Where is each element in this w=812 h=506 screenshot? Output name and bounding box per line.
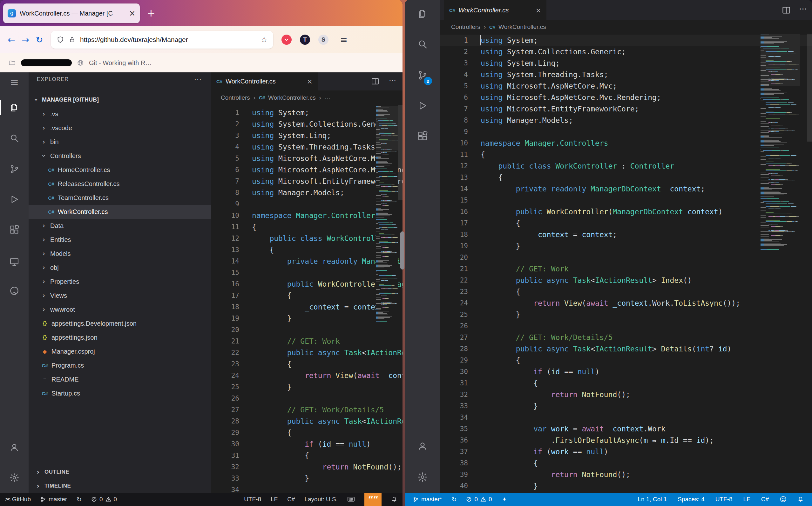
tree-item-appsettings-json[interactable]: {}appsettings.json [28,330,211,344]
code-line[interactable]: 27 // GET: Work/Details/5 [440,332,812,343]
close-tab-icon[interactable]: × [129,9,135,17]
tree-item-startup-cs[interactable]: C#Startup.cs [28,386,211,400]
code-line[interactable]: 28 public async Task<IActionResult> Deta… [440,343,812,355]
code-line[interactable]: 20 [440,252,812,263]
code-line[interactable]: 3using System.Linq; [211,130,402,141]
code-line[interactable]: 6using Microsoft.AspNetCore.Mvc.Renderin… [440,92,812,103]
code-line[interactable]: 16 public WorkController(ManagerDbContex… [440,206,812,218]
extensions-icon[interactable] [405,129,440,144]
breadcrumb-more[interactable]: ⋯ [325,94,331,101]
tree-item--vscode[interactable]: ›.vscode [28,121,211,135]
extension-t-icon[interactable]: T [300,34,310,45]
code-line[interactable]: 32 return NotFound(); [211,461,402,473]
outline-section[interactable]: › OUTLINE [28,465,211,479]
extensions-icon[interactable] [0,222,28,238]
code-line[interactable]: 11{ [211,221,402,233]
feedback-quotes-button[interactable]: ““ [364,493,381,506]
notifications-bell-icon[interactable] [797,496,804,503]
scrollbar-thumb[interactable] [807,34,812,142]
code-line[interactable]: 29 { [211,427,402,438]
tree-item-views[interactable]: ›Views [28,288,211,303]
code-line[interactable]: 24 return View(await _context.Work.ToLis… [440,298,812,309]
code-line[interactable]: 31 { [211,450,402,461]
code-line[interactable]: 22 public async Task<IActionResult> Inde… [440,275,812,286]
back-button[interactable]: ← [4,34,18,45]
code-line[interactable]: 8using Manager.Models; [211,187,402,198]
layout-indicator[interactable]: Layout: U.S. [304,496,338,503]
code-line[interactable]: 21 // GET: Work [211,336,402,347]
redacted-bookmark[interactable] [21,59,72,66]
code-line[interactable]: 2using System.Collections.Generic; [440,46,812,58]
split-editor-icon[interactable] [782,5,791,15]
breadcrumb-item[interactable]: WorkController.cs [268,94,316,101]
editor-tab[interactable]: C# WorkController.cs × [444,0,546,20]
code-line[interactable]: 2using System.Collections.Generic; [211,118,402,130]
code-line[interactable]: 39 return NotFound(); [440,469,812,480]
folder-icon[interactable] [8,59,16,67]
scrollbar-thumb[interactable] [398,105,402,200]
code-line[interactable]: 35 var work = await _context.Work [440,423,812,435]
code-line[interactable]: 23 { [440,286,812,298]
code-line[interactable]: 20 [211,324,402,336]
tree-item-program-cs[interactable]: C#Program.cs [28,358,211,372]
encoding-indicator[interactable]: UTF-8 [716,496,733,503]
more-actions-icon[interactable]: ··· [389,76,396,85]
code-line[interactable]: 17 { [211,290,402,301]
problems-indicator[interactable]: 0 0 [91,496,117,503]
code-line[interactable]: 32 return NotFound(); [440,389,812,400]
code-line[interactable]: 4using System.Threading.Tasks; [211,141,402,153]
breadcrumb-item[interactable]: Controllers [221,94,250,101]
code-line[interactable]: 15 [440,194,812,206]
tree-item-homecontroller-cs[interactable]: C#HomeController.cs [28,163,211,177]
code-line[interactable]: 11{ [440,149,812,160]
flame-icon[interactable] [502,496,507,503]
shield-icon[interactable] [57,36,64,44]
bookmark-label[interactable]: Git - Working with R… [89,59,152,67]
code-line[interactable]: 6using Microsoft.AspNetCore.Mvc.Renderin… [211,164,402,176]
tree-item-properties[interactable]: ›Properties [28,275,211,288]
eol-indicator[interactable]: LF [743,496,750,503]
account-icon[interactable] [405,438,440,453]
code-line[interactable]: 36 .FirstOrDefaultAsync(m ⇒ m.Id == id); [440,435,812,446]
code-line[interactable]: 28 public async Task<IActionResult> Deta… [211,416,402,427]
code-line[interactable]: 1using System; [440,34,812,46]
remote-explorer-icon[interactable] [0,254,28,269]
code-line[interactable]: 14 private readonly ManagerDbContext _co… [211,256,402,267]
code-line[interactable]: 24 return View(await _context.Work.ToLis… [211,370,402,381]
code-line[interactable]: 8using Manager.Models; [440,114,812,126]
minimap[interactable] [376,106,398,325]
code-line[interactable]: 9 [211,198,402,210]
branch-indicator[interactable]: master [40,496,67,503]
reload-button[interactable]: ↻ [32,34,47,45]
code-line[interactable]: 26 [440,320,812,332]
cursor-position-indicator[interactable]: Ln 1, Col 1 [638,496,667,503]
tree-item-workcontroller-cs[interactable]: C#WorkController.cs [28,205,211,219]
tree-item-data[interactable]: ›Data [28,219,211,233]
tree-item-manager-csproj[interactable]: ◆Manager.csproj [28,344,211,358]
close-icon[interactable]: × [536,6,541,14]
code-line[interactable]: 26 [211,393,402,404]
source-control-icon[interactable] [405,68,440,83]
code-line[interactable]: 22 public async Task<IActionResult> Inde… [211,347,402,358]
new-tab-button[interactable]: + [147,7,155,19]
tree-item--vs[interactable]: ›.vs [28,107,211,121]
browser-tab[interactable]: {} WorkController.cs — Manager [C × [3,3,140,23]
code-line[interactable]: 33 } [440,400,812,412]
code-line[interactable]: 7using Microsoft.EntityFrameworkCore; [440,103,812,114]
code-line[interactable]: 14 private readonly ManagerDbContext _co… [440,183,812,194]
tree-item-entities[interactable]: ›Entities [28,233,211,247]
code-line[interactable]: 5using Microsoft.AspNetCore.Mvc; [211,153,402,164]
breadcrumb-item[interactable]: Controllers [451,23,481,30]
pocket-icon[interactable] [282,34,292,45]
forward-button[interactable]: → [18,34,32,45]
tree-item-readme[interactable]: ≡README [28,372,211,386]
code-line[interactable]: 9 [440,126,812,138]
github-icon[interactable] [0,283,28,299]
code-line[interactable]: 27 // GET: Work/Details/5 [211,404,402,416]
code-editor[interactable]: 1using System;2using System.Collections.… [211,105,402,493]
url-bar[interactable]: https://github.dev/tuxrajesh/Manager ☆ [51,31,273,49]
feedback-smiley-icon[interactable]: ☺ [780,496,787,503]
eol-indicator[interactable]: LF [271,496,278,503]
code-line[interactable]: 25 } [211,381,402,393]
explorer-icon[interactable] [0,100,28,115]
